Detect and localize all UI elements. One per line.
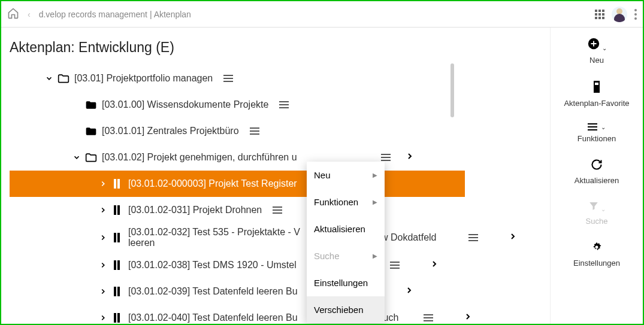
svg-rect-9 xyxy=(117,287,120,296)
home-icon[interactable] xyxy=(7,7,19,22)
tree-row[interactable]: [03.01.02-038] Test DMS 1920 - Umstel xyxy=(10,252,550,278)
tree-row[interactable]: [03.01.02-031] Projekt Drohnen xyxy=(10,197,550,223)
chevron-right-icon[interactable] xyxy=(463,312,473,324)
chevron-right-icon[interactable] xyxy=(508,232,518,244)
tree-label: [03.01.02-039] Test Datenfeld leeren Bu xyxy=(125,286,298,297)
expand-icon[interactable] xyxy=(96,206,110,214)
side-panel: ⌄ Neu Aktenplan-Favorite ⌄ Funktionen Ak… xyxy=(550,28,643,324)
row-menu-icon[interactable] xyxy=(424,314,433,321)
row-menu-icon[interactable] xyxy=(273,206,282,214)
binder-icon xyxy=(110,232,125,244)
plus-circle-icon: ⌄ xyxy=(587,37,607,52)
binder-icon xyxy=(110,204,125,216)
ctx-neu[interactable]: Neu▶ xyxy=(307,162,385,189)
tree-label: [03.01.01] Zentrales Projektbüro xyxy=(98,126,239,136)
tree-label: [03.01.02-000003] Projekt Test Register xyxy=(125,178,297,189)
svg-rect-11 xyxy=(117,313,120,323)
binder-icon xyxy=(110,178,125,190)
filter-icon: ⌄ xyxy=(588,201,606,213)
side-neu[interactable]: ⌄ Neu xyxy=(587,37,607,65)
binder-icon xyxy=(110,259,125,271)
row-menu-icon[interactable] xyxy=(279,101,289,108)
folder-open-icon xyxy=(84,152,98,163)
svg-rect-4 xyxy=(114,233,116,242)
tree-row[interactable]: [03.01.02-032] Test 535 - Projektakte - … xyxy=(10,223,550,252)
ctx-funktionen[interactable]: Funktionen▶ xyxy=(307,189,385,215)
binder-icon xyxy=(110,285,125,297)
svg-rect-5 xyxy=(117,233,120,242)
side-funktionen[interactable]: ⌄ Funktionen xyxy=(578,123,616,143)
tree-label: [03.01.02-038] Test DMS 1920 - Umstel xyxy=(125,260,297,271)
scrollbar[interactable] xyxy=(451,63,454,117)
folder-open-icon xyxy=(56,73,71,84)
expand-icon[interactable] xyxy=(96,233,110,242)
collapse-icon[interactable] xyxy=(69,153,84,162)
gear-icon xyxy=(591,241,603,255)
tree-label: [03.01.02-031] Projekt Drohnen xyxy=(125,205,262,215)
expand-icon[interactable] xyxy=(96,261,110,269)
submenu-arrow-icon: ▶ xyxy=(373,253,377,259)
ctx-einstellungen[interactable]: Einstellungen xyxy=(307,269,385,296)
folder-icon xyxy=(84,126,98,136)
tree-row[interactable]: [03.01.02-039] Test Datenfeld leeren Bu xyxy=(10,278,550,305)
svg-rect-8 xyxy=(114,287,116,296)
svg-rect-1 xyxy=(117,179,120,189)
row-menu-icon[interactable] xyxy=(381,154,391,161)
tree-row[interactable]: [03.01.01] Zentrales Projektbüro xyxy=(10,118,550,144)
svg-rect-7 xyxy=(117,260,120,270)
svg-rect-10 xyxy=(114,313,116,323)
tree-row[interactable]: [03.01] Projektportfolio managen xyxy=(10,65,550,92)
svg-point-16 xyxy=(595,246,598,249)
svg-rect-0 xyxy=(114,179,116,189)
chevron-right-icon[interactable] xyxy=(430,259,439,271)
row-menu-icon[interactable] xyxy=(250,127,259,135)
submenu-arrow-icon: ▶ xyxy=(373,199,377,205)
side-aktualisieren[interactable]: Aktualisieren xyxy=(575,159,619,185)
page-title: Aktenplan: Entwicklung (E) xyxy=(10,40,550,56)
svg-rect-6 xyxy=(114,260,116,270)
side-favorite[interactable]: Aktenplan-Favorite xyxy=(564,80,629,108)
submenu-arrow-icon: ▶ xyxy=(373,172,377,178)
ctx-aktualisieren[interactable]: Aktualisieren xyxy=(307,215,385,242)
row-menu-icon[interactable] xyxy=(390,262,400,269)
tree-label-tail: w Dokdatfeld xyxy=(381,232,437,243)
row-menu-icon[interactable] xyxy=(468,234,478,241)
ctx-suche: Suche▶ xyxy=(307,242,385,269)
tree-row-selected[interactable]: [03.01.02-000003] Projekt Test Register xyxy=(10,171,465,197)
main-panel: Aktenplan: Entwicklung (E) [03.01] Proje… xyxy=(1,28,550,324)
tree-label: [03.01.02-032] Test 535 - Projektakte - … xyxy=(125,227,300,238)
folder-icon xyxy=(84,99,98,110)
bookmark-icon xyxy=(591,80,602,95)
avatar[interactable] xyxy=(612,7,627,22)
tree-label: [03.01.02] Projekt genehmigen, durchführ… xyxy=(98,152,297,163)
svg-rect-14 xyxy=(595,83,598,85)
tree-row[interactable]: [03.01.02] Projekt genehmigen, durchführ… xyxy=(10,144,550,171)
svg-rect-3 xyxy=(117,205,120,215)
ctx-verschieben[interactable]: Verschieben xyxy=(307,296,385,323)
side-einstellungen[interactable]: Einstellungen xyxy=(573,241,620,268)
tree-label: leeren xyxy=(125,238,300,248)
svg-rect-2 xyxy=(114,205,116,215)
expand-icon[interactable] xyxy=(96,314,110,322)
menu-icon: ⌄ xyxy=(588,123,606,130)
breadcrumb[interactable]: d.velop records management | Aktenplan xyxy=(39,10,191,19)
collapse-icon[interactable] xyxy=(42,74,56,83)
tree: [03.01] Projektportfolio managen [03.01.… xyxy=(10,65,550,324)
back-chevron-icon[interactable]: ‹ xyxy=(28,10,31,19)
tree-row[interactable]: [03.01.02-040] Test Datenfeld leeren Bu … xyxy=(10,305,550,324)
apps-grid-icon[interactable] xyxy=(595,10,604,19)
app-header: ‹ d.velop records management | Aktenplan xyxy=(1,1,643,28)
tree-label: [03.01.02-040] Test Datenfeld leeren Bu xyxy=(125,312,298,323)
chevron-right-icon[interactable] xyxy=(404,285,414,297)
more-menu-icon[interactable] xyxy=(634,9,637,20)
tree-row[interactable]: [03.01.00] Wissensdokumente Projekte xyxy=(10,92,550,118)
binder-icon xyxy=(110,312,125,324)
expand-icon[interactable] xyxy=(96,287,110,296)
chevron-right-icon[interactable] xyxy=(405,151,415,163)
expand-icon[interactable] xyxy=(96,180,110,188)
side-suche: ⌄ Suche xyxy=(586,201,608,226)
tree-label: [03.01] Projektportfolio managen xyxy=(71,73,213,84)
context-menu: Neu▶ Funktionen▶ Aktualisieren Suche▶ Ei… xyxy=(307,162,385,323)
refresh-icon xyxy=(591,159,603,172)
row-menu-icon[interactable] xyxy=(223,75,233,82)
